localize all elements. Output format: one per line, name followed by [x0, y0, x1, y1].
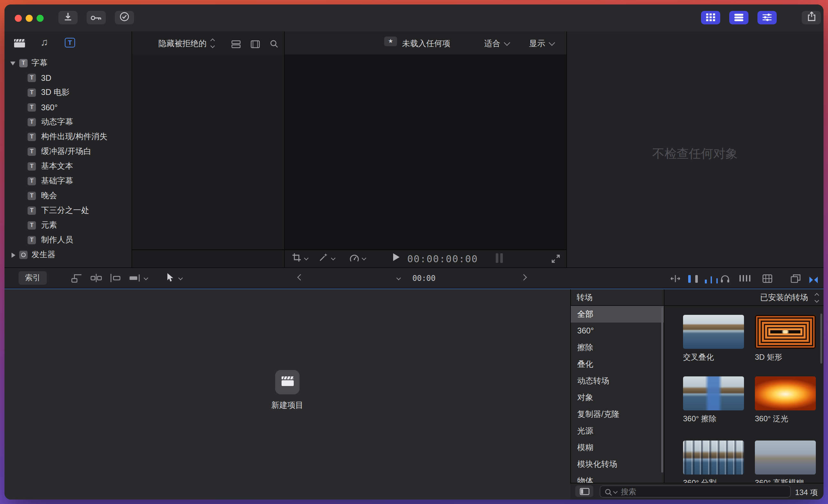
- transition-item-cross-dissolve[interactable]: 交叉叠化: [683, 315, 744, 363]
- sidebar-item-label: 下三分之一处: [41, 205, 89, 216]
- duplicate-windows-icon[interactable]: [791, 274, 800, 285]
- audio-music-icon[interactable]: ♫: [40, 37, 48, 48]
- sidebar-item-gala[interactable]: T晚会: [4, 188, 131, 203]
- transition-thumbnail[interactable]: [683, 315, 744, 349]
- divider[interactable]: [566, 32, 567, 267]
- sidebar-item-bumper-opener[interactable]: T缓冲器/开场白: [4, 144, 131, 159]
- append-edit-icon[interactable]: [110, 273, 121, 285]
- import-media-button[interactable]: [58, 11, 78, 25]
- category-scrollbar[interactable]: [661, 307, 663, 472]
- transition-item-360-split[interactable]: 360° 分割: [683, 440, 744, 483]
- search-icon[interactable]: [270, 39, 278, 51]
- dashes-strip-icon[interactable]: [740, 275, 751, 282]
- timeline-view-button[interactable]: [729, 11, 748, 25]
- transition-thumbnail[interactable]: [755, 440, 816, 474]
- transition-thumbnail[interactable]: [683, 440, 744, 474]
- share-button[interactable]: [802, 11, 821, 25]
- index-button[interactable]: 索引: [18, 271, 47, 285]
- fullscreen-icon[interactable]: [551, 254, 560, 265]
- overwrite-edit-icon[interactable]: [129, 273, 140, 285]
- sidebar-item-credits[interactable]: T制作人员: [4, 233, 131, 248]
- disclosure-right-icon[interactable]: [11, 252, 15, 257]
- transition-item-360-wipe[interactable]: 360° 擦除: [683, 376, 744, 424]
- transitions-category-dissolves[interactable]: 叠化: [570, 356, 664, 373]
- transition-item-360-flare[interactable]: 360° 泛光: [755, 376, 816, 424]
- keyword-editor-button[interactable]: [87, 11, 106, 25]
- titles-generators-icon[interactable]: T: [65, 38, 75, 47]
- sidebar-item-label: 基本文本: [41, 161, 73, 172]
- sidebar-item-label: 元素: [41, 220, 57, 231]
- sidebar-item-generators[interactable]: 发生器: [4, 248, 131, 262]
- transition-item-360-gaussian[interactable]: 360° 高斯模糊: [755, 440, 816, 483]
- transitions-category-blurs[interactable]: 模糊: [570, 439, 664, 456]
- background-tasks-button[interactable]: [115, 11, 134, 25]
- transitions-category-movements[interactable]: 动态转场: [570, 373, 664, 389]
- sidebar-item-animated[interactable]: T动态字幕: [4, 115, 131, 129]
- timeline-area[interactable]: 新建项目: [4, 289, 570, 500]
- skimming-icon[interactable]: [670, 274, 680, 285]
- connect-edit-icon[interactable]: [71, 273, 83, 285]
- minimize-button[interactable]: [26, 15, 33, 22]
- viewer-zoom-dropdown[interactable]: 适合: [484, 39, 500, 49]
- retime-icon[interactable]: [349, 253, 359, 265]
- new-project-button[interactable]: [275, 370, 299, 394]
- play-button[interactable]: [393, 253, 400, 261]
- transitions-count: 134 项: [795, 487, 818, 498]
- sidebar-item-basic-title[interactable]: T基础字幕: [4, 174, 131, 188]
- browser-view-button[interactable]: [701, 11, 720, 25]
- transitions-category-replicator[interactable]: 复制器/克隆: [570, 406, 664, 423]
- sidebar-item-label: 缓冲器/开场白: [41, 146, 91, 157]
- transitions-category-wipes[interactable]: 擦除: [570, 339, 664, 356]
- snapping-icon[interactable]: [809, 275, 818, 286]
- transitions-category-all[interactable]: 全部: [570, 306, 664, 323]
- sidebar-item-360[interactable]: T360°: [4, 100, 131, 115]
- filmstrip-view-icon[interactable]: [251, 39, 260, 51]
- divider[interactable]: [664, 289, 664, 483]
- transitions-category-lights[interactable]: 光源: [570, 423, 664, 439]
- select-tool-icon[interactable]: [166, 272, 174, 285]
- sidebar-item-3d[interactable]: T3D: [4, 71, 131, 85]
- clip-view-icon[interactable]: [232, 39, 241, 51]
- grid-scrollbar[interactable]: [820, 313, 822, 364]
- transitions-category-360[interactable]: 360°: [570, 323, 664, 339]
- disclosure-down-icon[interactable]: [10, 61, 15, 65]
- transitions-category-stylized[interactable]: 物体: [570, 472, 664, 483]
- transitions-search-input[interactable]: [600, 486, 791, 498]
- title-icon: T: [28, 177, 36, 185]
- filter-dropdown[interactable]: 隐藏被拒绝的: [158, 39, 207, 49]
- sidebar-item-lower-thirds[interactable]: T下三分之一处: [4, 203, 131, 218]
- filter-chevrons-icon[interactable]: [211, 39, 214, 47]
- transition-thumbnail[interactable]: [683, 376, 744, 410]
- audio-meter-right[interactable]: [500, 253, 503, 263]
- transition-thumbnail[interactable]: [755, 315, 816, 349]
- transitions-category-objects[interactable]: 对象: [570, 389, 664, 406]
- sidebar-item-basic-text[interactable]: T基本文本: [4, 159, 131, 174]
- audio-meter-left[interactable]: [496, 253, 498, 263]
- solo-headphones-icon[interactable]: [720, 274, 730, 285]
- crop-tool-icon[interactable]: [292, 253, 301, 265]
- media-clapperboard-icon[interactable]: [13, 39, 26, 51]
- transition-label: 交叉叠化: [683, 352, 744, 363]
- installed-transitions-header[interactable]: 已安装的转场: [760, 292, 808, 303]
- insert-edit-icon[interactable]: [90, 273, 102, 285]
- enhancements-wand-icon[interactable]: [319, 253, 328, 264]
- sidebar-item-3d-cinematic[interactable]: T3D 电影: [4, 85, 131, 100]
- sidebar-item-build-inout[interactable]: T构件出现/构件消失: [4, 129, 131, 144]
- grid-icon: [706, 12, 715, 24]
- sidebar-toggle-button[interactable]: [575, 486, 593, 497]
- transition-item-3d-rectangle[interactable]: 3D 矩形: [755, 315, 816, 363]
- inspector-view-button[interactable]: [757, 11, 777, 25]
- audio-skimming-icon[interactable]: [705, 275, 718, 286]
- zoom-button[interactable]: [37, 15, 44, 22]
- divider[interactable]: [131, 32, 132, 267]
- transitions-category-modular[interactable]: 模块化转场: [570, 456, 664, 472]
- clip-skimming-icon[interactable]: [688, 274, 698, 285]
- sidebar-item-elements[interactable]: T元素: [4, 218, 131, 233]
- timeline-appearance-icon[interactable]: [762, 274, 772, 285]
- viewer-display-dropdown[interactable]: 显示: [529, 39, 545, 49]
- installed-chevrons-icon[interactable]: [815, 294, 818, 302]
- close-button[interactable]: [15, 15, 22, 22]
- divider[interactable]: [284, 32, 285, 267]
- sidebar-item-titles-root[interactable]: T 字幕: [4, 56, 131, 71]
- transition-thumbnail[interactable]: [755, 376, 816, 410]
